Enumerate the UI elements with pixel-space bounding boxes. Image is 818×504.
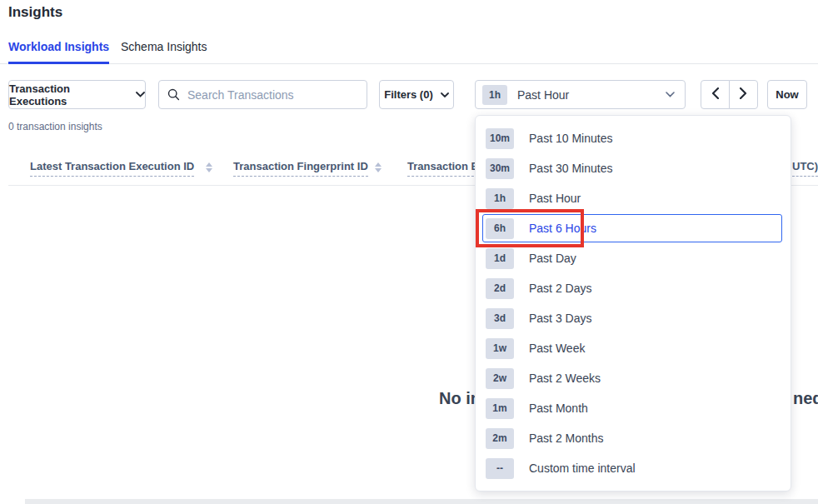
empty-state-text-fragment: ned. (793, 389, 818, 408)
tab-bar: Workload Insights Schema Insights (0, 37, 818, 64)
chevron-left-icon (711, 87, 719, 102)
time-option-badge: 2m (486, 428, 514, 449)
time-option-label: Past 3 Days (529, 312, 591, 325)
time-option-label: Past 2 Months (529, 432, 604, 445)
time-option-past-2-days[interactable]: 2d Past 2 Days (476, 273, 791, 303)
time-option-label: Past Day (529, 252, 576, 265)
transaction-type-label: Transaction Executions (9, 82, 128, 107)
chevron-right-icon (740, 87, 747, 102)
time-option-past-2-months[interactable]: 2m Past 2 Months (476, 423, 791, 453)
time-option-past-6-hours[interactable]: 6h Past 6 Hours (482, 214, 782, 242)
time-option-badge: 6h (486, 218, 514, 239)
time-option-past-2-weeks[interactable]: 2w Past 2 Weeks (476, 363, 791, 393)
chevron-down-icon (666, 92, 675, 97)
time-option-label: Past 2 Days (529, 282, 591, 295)
column-header-latest-transaction-execution-id[interactable]: Latest Transaction Execution ID (30, 160, 194, 177)
time-interval-dropdown: 10m Past 10 Minutes 30m Past 30 Minutes … (475, 115, 791, 492)
time-option-badge: 2w (486, 368, 514, 389)
tab-schema-insights[interactable]: Schema Insights (121, 40, 207, 64)
search-box (158, 80, 367, 109)
chevron-down-icon (136, 92, 145, 97)
tab-workload-insights[interactable]: Workload Insights (8, 40, 109, 64)
insights-count: 0 transaction insights (8, 121, 102, 132)
time-option-past-10-minutes[interactable]: 10m Past 10 Minutes (476, 123, 791, 153)
sort-icon[interactable] (206, 162, 212, 172)
time-option-past-30-minutes[interactable]: 30m Past 30 Minutes (476, 153, 791, 183)
page-title: Insights (8, 4, 62, 21)
search-icon (167, 88, 180, 101)
filters-label: Filters (0) (384, 88, 433, 101)
time-nav-group (701, 80, 758, 109)
time-option-past-week[interactable]: 1w Past Week (476, 333, 791, 363)
time-option-badge: 1d (486, 248, 514, 269)
time-option-past-day[interactable]: 1d Past Day (476, 243, 791, 273)
time-option-label: Past Week (529, 342, 585, 355)
column-header-transaction-execution[interactable]: Transaction E (407, 160, 478, 177)
time-option-label: Past Hour (529, 192, 581, 205)
column-header-transaction-fingerprint-id[interactable]: Transaction Fingerprint ID (233, 160, 368, 177)
time-option-badge: 1w (486, 338, 514, 359)
time-option-custom-time-interval[interactable]: -- Custom time interval (476, 453, 791, 483)
time-option-past-3-days[interactable]: 3d Past 3 Days (476, 303, 791, 333)
time-option-label: Past 6 Hours (529, 222, 596, 235)
chevron-down-icon (441, 92, 449, 97)
time-option-label: Past 2 Weeks (529, 372, 601, 385)
time-option-badge: 10m (486, 128, 514, 149)
time-option-past-month[interactable]: 1m Past Month (476, 393, 791, 423)
transaction-type-select[interactable]: Transaction Executions (8, 80, 146, 109)
page-bottom-strip (25, 499, 818, 504)
time-option-label: Past 30 Minutes (529, 162, 612, 175)
time-interval-select[interactable]: 1h Past Hour (475, 80, 686, 109)
time-interval-label: Past Hour (517, 88, 569, 102)
time-option-label: Custom time interval (529, 462, 636, 475)
time-option-badge: 2d (486, 278, 514, 299)
previous-interval-button[interactable] (701, 80, 730, 109)
time-interval-badge: 1h (482, 85, 507, 105)
time-option-badge: 3d (486, 308, 514, 329)
now-button[interactable]: Now (767, 80, 807, 109)
time-option-label: Past 10 Minutes (529, 132, 612, 145)
time-option-past-hour[interactable]: 1h Past Hour (476, 183, 791, 213)
time-option-badge: -- (486, 458, 514, 479)
time-option-badge: 30m (486, 158, 514, 179)
time-option-label: Past Month (529, 402, 588, 415)
time-option-badge: 1m (486, 398, 514, 419)
column-header-utc[interactable]: UTC) (792, 160, 818, 177)
search-input[interactable] (187, 88, 358, 102)
next-interval-button[interactable] (729, 80, 758, 109)
filters-button[interactable]: Filters (0) (379, 80, 454, 109)
time-option-badge: 1h (486, 188, 514, 209)
sort-icon[interactable] (375, 162, 382, 172)
